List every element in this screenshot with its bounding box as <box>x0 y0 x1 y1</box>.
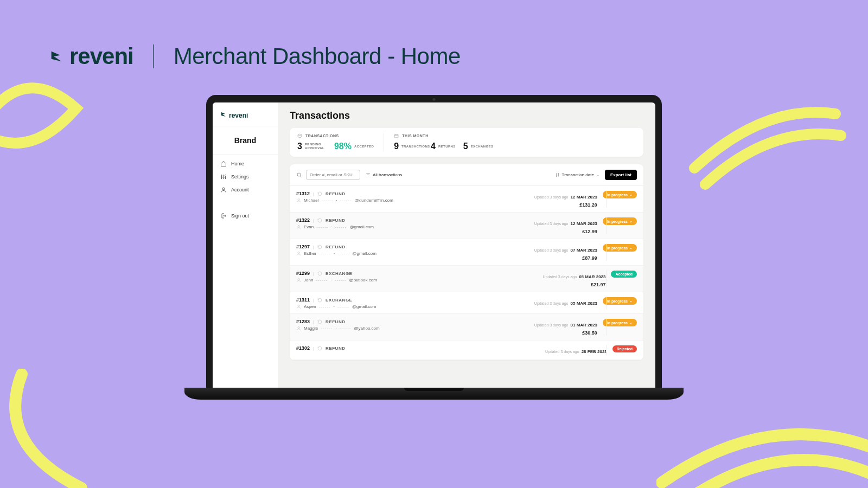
redacted-dash: ------ <box>316 278 328 282</box>
brand-mark-icon <box>49 49 64 64</box>
status-badge[interactable]: In progress⌄ <box>603 244 637 252</box>
home-icon <box>220 160 227 167</box>
txn-updated: Updated 3 days ago <box>534 248 569 252</box>
transaction-row[interactable]: #1322|REFUNDEvan------·------@gmail.comU… <box>290 213 643 239</box>
stat-pending-label: PENDING APPROVAL <box>305 143 327 150</box>
stat-returns-label: RETURNS <box>438 145 456 149</box>
txn-type: REFUND <box>326 218 345 223</box>
status-badge-label: Accepted <box>615 272 633 276</box>
sidebar-item-settings[interactable]: Settings <box>220 174 270 180</box>
redacted-dash: ------ <box>319 304 331 309</box>
status-badge[interactable]: In progress⌄ <box>603 319 637 326</box>
filter-dropdown[interactable]: All transactions <box>366 172 402 177</box>
dot-separator: · <box>334 304 335 309</box>
txn-id: #1312 <box>296 191 310 196</box>
stat-month-txn-count: 9 <box>394 142 399 151</box>
txn-id: #1302 <box>296 345 310 351</box>
chevron-down-icon: ⌄ <box>629 192 633 197</box>
sort-dropdown[interactable]: Transaction date ⌄ <box>555 172 599 177</box>
transaction-row[interactable]: #1302|REFUNDUpdated 3 days ago28 FEB 202… <box>290 341 643 360</box>
list-toolbar: All transactions Transaction date ⌄ Expo… <box>290 164 643 186</box>
box-icon <box>297 133 302 138</box>
txn-updated: Updated 3 days ago <box>542 275 577 279</box>
decorative-stroke <box>0 369 179 488</box>
sidebar-brand-small: reveni <box>229 112 248 119</box>
chevron-down-icon: ⌄ <box>629 299 633 303</box>
txn-id: #1322 <box>296 217 310 223</box>
txn-date: 12 MAR 2023 <box>571 195 597 200</box>
transaction-row[interactable]: #1297|REFUNDEsther------·------@gmail.co… <box>290 239 643 266</box>
status-badge[interactable]: Accepted <box>611 271 637 278</box>
stat-month-txn-label: TRANSACTIONS <box>401 145 423 149</box>
svg-point-11 <box>298 327 299 329</box>
txn-type: EXCHANGE <box>326 271 352 276</box>
txn-customer-email: @dundermifflin.com <box>355 198 393 203</box>
decorative-stroke <box>656 385 868 488</box>
sidebar-logo: reveni <box>213 102 278 126</box>
transaction-row[interactable]: #1299|EXCHANGEJohn------·------@outlook.… <box>290 266 643 292</box>
txn-amount: £131.20 <box>534 202 597 208</box>
filter-label: All transactions <box>373 172 402 177</box>
redacted-dash: ------ <box>335 224 347 229</box>
stats-card: TRANSACTIONS 3 PENDING APPROVAL 98% ACCE… <box>290 128 643 157</box>
txn-customer-name: Aspen <box>304 304 316 309</box>
header-separator <box>153 44 154 68</box>
status-badge[interactable]: Rejected <box>612 345 637 352</box>
txn-customer-name: Maggie <box>304 326 318 331</box>
redacted-dash: ------ <box>316 224 328 229</box>
status-badge-label: In progress <box>607 246 628 250</box>
refund-icon <box>317 271 322 276</box>
pipe-separator: | <box>313 271 314 276</box>
txn-date: 12 MAR 2023 <box>571 221 597 226</box>
svg-point-6 <box>298 199 299 201</box>
pipe-separator: | <box>313 191 314 196</box>
status-badge-label: Rejected <box>617 347 633 351</box>
sidebar-item-label: Settings <box>231 174 249 179</box>
status-badge[interactable]: In progress⌄ <box>603 217 637 225</box>
status-badge[interactable]: In progress⌄ <box>603 191 637 198</box>
redacted-dash: ------ <box>322 198 334 203</box>
redacted-dash: ------ <box>337 304 349 309</box>
dot-separator: · <box>331 224 332 229</box>
chevron-down-icon: ⌄ <box>596 173 599 177</box>
sidebar-item-label: Sign out <box>231 213 249 219</box>
transaction-row[interactable]: #1283|REFUNDMaggie------·------@yahoo.co… <box>290 314 643 341</box>
chevron-down-icon: ⌄ <box>629 219 633 223</box>
row-divider <box>606 270 607 287</box>
stat-accepted-pct: 98% <box>334 142 352 151</box>
page-header: reveni Merchant Dashboard - Home <box>49 43 819 69</box>
svg-point-3 <box>222 188 225 190</box>
txn-date: 07 MAR 2023 <box>571 248 597 253</box>
search-input[interactable] <box>306 170 360 180</box>
pipe-separator: | <box>313 346 314 351</box>
sort-label: Transaction date <box>562 172 594 177</box>
txn-date: 05 MAR 2023 <box>579 274 605 279</box>
redacted-dash: ------ <box>339 326 351 331</box>
brand-mark-icon <box>220 111 227 119</box>
row-divider <box>606 345 607 355</box>
user-icon <box>296 304 301 309</box>
txn-customer-name: Esther <box>304 251 316 256</box>
user-icon <box>296 251 301 256</box>
status-badge[interactable]: In progress⌄ <box>603 297 637 305</box>
txn-type: EXCHANGE <box>326 298 352 303</box>
txn-customer-name: John <box>304 278 313 282</box>
sidebar-item-signout[interactable]: Sign out <box>220 207 270 219</box>
status-badge-label: In progress <box>607 220 628 223</box>
user-icon <box>220 187 227 193</box>
row-divider <box>606 243 607 261</box>
export-button[interactable]: Export list <box>605 170 637 180</box>
sidebar-item-home[interactable]: Home <box>220 160 270 167</box>
sidebar-item-account[interactable]: Account <box>220 187 270 193</box>
txn-id: #1283 <box>296 319 310 324</box>
transaction-row[interactable]: #1311|EXCHANGEAspen------·------@gmail.c… <box>290 292 643 314</box>
txn-updated: Updated 3 days ago <box>534 222 569 226</box>
pipe-separator: | <box>313 218 314 223</box>
sidebar-item-label: Account <box>231 187 249 192</box>
redacted-dash: ------ <box>337 251 349 256</box>
svg-rect-4 <box>394 134 398 138</box>
search-icon[interactable] <box>296 172 303 178</box>
txn-customer-email: @yahoo.com <box>354 326 379 331</box>
dot-separator: · <box>334 251 335 256</box>
transaction-row[interactable]: #1312|REFUNDMichael------·------@dunderm… <box>290 186 643 213</box>
